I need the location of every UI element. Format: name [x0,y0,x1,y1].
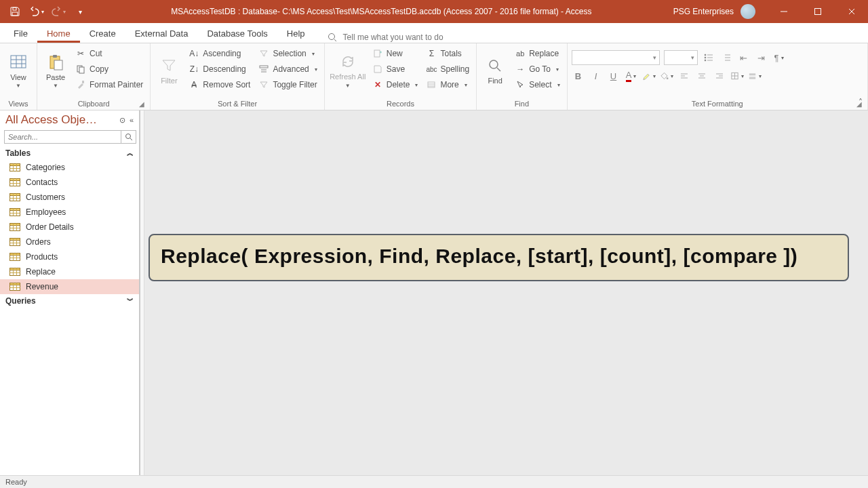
svg-rect-11 [260,66,268,68]
redo-button[interactable]: ▾ [49,2,68,21]
table-icon [9,208,20,216]
nav-menu-icon[interactable]: ⊙ [118,116,127,125]
numbering-icon[interactable] [719,51,733,64]
text-direction-icon[interactable]: ¶▾ [772,51,786,64]
refresh-all-button[interactable]: Refresh All ▼ [329,46,367,95]
syntax-callout: Replace( Expression, Find, Replace, [sta… [149,234,849,281]
svg-rect-1 [12,12,18,16]
nav-category-queries[interactable]: Queries︾ [0,294,139,308]
bold-icon[interactable]: B [572,69,585,83]
nav-collapse-icon[interactable]: « [128,116,135,124]
advanced-button[interactable]: Advanced▾ [256,62,319,77]
decrease-indent-icon[interactable]: ⇤ [737,51,751,64]
ascending-button[interactable]: A↓Ascending [186,46,253,61]
save-button[interactable]: Save [370,62,421,77]
svg-point-3 [328,34,334,40]
filter-button[interactable]: Filter [155,46,183,95]
sigma-icon: Σ [426,48,437,59]
sort-desc-icon: Z↓ [189,64,199,75]
table-name: Customers [26,192,65,202]
tab-external-data[interactable]: External Data [125,24,198,43]
brush-icon [75,79,86,90]
font-combo[interactable] [572,50,660,65]
italic-icon[interactable]: I [589,69,603,83]
table-icon [9,283,20,291]
nav-table-item[interactable]: Order Details [0,220,139,235]
new-button[interactable]: New [370,46,421,61]
nav-table-item[interactable]: Contacts [0,175,139,190]
font-color-icon[interactable]: A▾ [625,69,638,83]
svg-rect-21 [749,75,755,77]
fill-color-icon[interactable]: ▾ [660,69,673,83]
find-button[interactable]: Find [481,46,509,95]
maximize-button[interactable] [803,0,833,23]
select-button[interactable]: Select▾ [512,77,562,92]
status-text: Ready [5,478,27,486]
align-left-icon[interactable] [677,69,691,83]
nav-table-item[interactable]: Revenue [0,279,139,294]
bullets-icon[interactable] [702,51,715,64]
increase-indent-icon[interactable]: ⇥ [755,51,768,64]
svg-rect-6 [53,55,57,58]
funnel-icon [159,56,178,75]
descending-button[interactable]: Z↓Descending [186,62,253,77]
group-records: Refresh All ▼ New Save ✕Delete▾ ΣTotals … [325,43,477,110]
nav-pane-header[interactable]: All Access Obje… ⊙ « [0,110,139,128]
gridlines-icon[interactable]: ▾ [730,69,744,83]
svg-rect-12 [374,50,380,57]
delete-button[interactable]: ✕Delete▾ [370,77,421,92]
search-input[interactable] [4,130,121,144]
view-button[interactable]: View ▼ [4,46,33,95]
qat-customize-icon[interactable]: ▾ [71,2,90,21]
totals-button[interactable]: ΣTotals [423,46,472,61]
nav-table-item[interactable]: Customers [0,190,139,205]
collapse-ribbon-icon[interactable]: ˄ [859,98,863,107]
nav-table-item[interactable]: Categories [0,160,139,175]
spelling-button[interactable]: abcSpelling [423,62,472,77]
more-button[interactable]: More▾ [423,77,472,92]
selection-button[interactable]: Selection▾ [256,46,319,61]
table-icon [9,223,20,231]
align-center-icon[interactable] [695,69,709,83]
alt-row-color-icon[interactable]: ▾ [748,69,762,83]
tab-database-tools[interactable]: Database Tools [197,24,277,43]
highlight-icon[interactable]: ▾ [642,69,656,83]
table-name: Products [26,252,58,262]
search-go-button[interactable] [121,130,136,144]
user-name: PSG Enterprises [673,7,734,16]
tab-file[interactable]: File [4,24,37,43]
underline-icon[interactable]: U [607,69,620,83]
nav-pane-title: All Access Obje… [5,113,118,127]
category-label: Tables [5,148,31,158]
nav-table-item[interactable]: Employees [0,205,139,220]
dialog-launcher-icon[interactable]: ◢ [139,100,144,108]
tell-me-search[interactable]: Tell me what you want to do [315,32,443,43]
paste-label: Paste [46,73,65,81]
goto-button[interactable]: →Go To▾ [512,62,562,77]
font-size-combo[interactable] [664,50,698,65]
svg-point-15 [705,54,706,56]
tab-help[interactable]: Help [277,24,315,43]
tab-home[interactable]: Home [37,24,80,43]
minimize-button[interactable] [769,0,799,23]
close-button[interactable] [837,0,867,23]
align-right-icon[interactable] [713,69,726,83]
user-avatar[interactable] [741,4,755,19]
undo-button[interactable]: ▾ [27,2,46,21]
copy-button[interactable]: Copy [73,62,146,77]
nav-table-item[interactable]: Products [0,249,139,264]
save-icon[interactable] [5,2,24,21]
format-painter-button[interactable]: Format Painter [73,77,146,92]
nav-table-item[interactable]: Replace [0,264,139,279]
remove-sort-button[interactable]: A̶Remove Sort [186,77,253,92]
paste-button[interactable]: Paste ▼ [41,46,70,95]
tables-list: CategoriesContactsCustomersEmployeesOrde… [0,160,139,294]
title-bar: ▾ ▾ ▾ MSAccessTestDB : Database- C:\MS A… [0,0,868,23]
tab-create[interactable]: Create [80,24,125,43]
toggle-filter-button[interactable]: Toggle Filter [256,77,319,92]
cut-button[interactable]: ✂Cut [73,46,146,61]
nav-table-item[interactable]: Orders [0,235,139,249]
svg-rect-33 [10,224,20,226]
nav-category-tables[interactable]: Tables︽ [0,146,139,160]
replace-button[interactable]: abReplace [512,46,562,61]
